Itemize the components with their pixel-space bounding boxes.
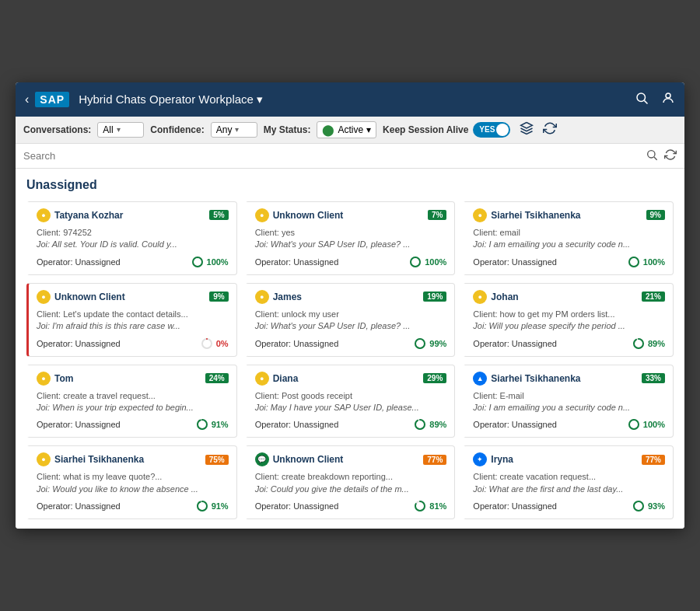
operator-label: Operator: Unassigned xyxy=(473,501,557,511)
client-line: Client: unlock my user xyxy=(255,309,447,320)
search-icon[interactable] xyxy=(635,91,649,108)
card-header: ● Siarhei Tsikhanenka 75% xyxy=(37,452,229,466)
operator-label: Operator: Unassigned xyxy=(255,420,339,429)
layers-icon[interactable] xyxy=(520,121,534,138)
chat-card[interactable]: ● Unknown Client 9% Client: Let's update… xyxy=(26,283,237,357)
refresh-results-icon[interactable] xyxy=(664,148,677,163)
search-submit-icon[interactable] xyxy=(646,148,658,163)
progress-circle xyxy=(628,418,640,431)
svg-line-1 xyxy=(644,100,647,103)
chat-card[interactable]: ● James 19% Client: unlock my user Joi: … xyxy=(245,283,456,357)
operator-label: Operator: Unassigned xyxy=(473,420,557,429)
search-bar xyxy=(16,144,684,169)
chat-card[interactable]: ● Tom 24% Client: create a travel reques… xyxy=(26,365,237,438)
operator-label: Operator: Unassigned xyxy=(255,339,339,348)
progress-label: 93% xyxy=(648,501,665,511)
search-actions xyxy=(646,148,677,163)
card-name: Siarhei Tsikhanenka xyxy=(54,454,144,465)
card-name-row: ● Unknown Client xyxy=(255,208,344,222)
card-body: Client: yes Joi: What's your SAP User ID… xyxy=(255,227,447,251)
chat-card[interactable]: 💬 Unknown Client 77% Client: create brea… xyxy=(245,445,456,519)
avatar: ● xyxy=(37,372,51,386)
confidence-badge: 9% xyxy=(646,210,665,220)
progress-circle xyxy=(632,337,645,350)
card-name-row: ● Diana xyxy=(255,372,299,386)
joi-line: Joi: I am emailing you a security code n… xyxy=(473,402,665,414)
svg-point-18 xyxy=(198,420,207,429)
card-body: Client: create breakdown reporting... Jo… xyxy=(255,471,447,495)
progress-circle xyxy=(196,418,208,431)
card-header: ● Siarhei Tsikhanenka 9% xyxy=(473,208,665,222)
joi-line: Joi: Could you give the details of the m… xyxy=(255,484,447,495)
client-line: Client: email xyxy=(473,227,665,239)
card-footer: Operator: Unassigned 91% xyxy=(37,500,229,512)
card-footer: Operator: Unassigned 100% xyxy=(255,256,447,268)
chat-card[interactable]: ✦ Iryna 77% Client: create vacation requ… xyxy=(463,445,674,519)
status-dropdown[interactable]: ⬤ Active ▾ xyxy=(317,121,376,138)
keep-session-label: Keep Session Alive xyxy=(383,124,468,135)
card-footer: Operator: Unassigned 91% xyxy=(37,418,229,431)
back-button[interactable]: ‹ xyxy=(25,93,29,106)
client-line: Client: create a travel request... xyxy=(37,390,229,402)
client-line: Client: E-mail xyxy=(473,390,665,402)
refresh-icon[interactable] xyxy=(543,121,557,138)
confidence-dropdown[interactable]: Any ▾ xyxy=(211,122,257,138)
joi-line: Joi: I'm afraid this is this rare case w… xyxy=(37,320,229,332)
card-header: 💬 Unknown Client 77% xyxy=(255,452,447,466)
operator-label: Operator: Unassigned xyxy=(255,501,339,511)
client-line: Client: what is my leave quote?... xyxy=(37,471,229,483)
avatar: ✦ xyxy=(473,452,487,466)
avatar: 💬 xyxy=(255,452,269,466)
card-body: Client: create vacation request... Joi: … xyxy=(473,471,665,495)
card-name: Diana xyxy=(273,373,299,384)
svg-point-2 xyxy=(666,93,670,98)
progress-row: 91% xyxy=(196,418,229,431)
svg-point-28 xyxy=(634,501,643,511)
card-name: James xyxy=(273,292,302,302)
filter-bar: Conversations: All ▾ Confidence: Any ▾ M… xyxy=(16,117,684,144)
card-footer: Operator: Unassigned 0% xyxy=(37,337,229,350)
avatar: ● xyxy=(473,290,487,304)
svg-point-0 xyxy=(637,93,646,102)
progress-label: 89% xyxy=(648,339,665,348)
cards-grid: ● Tatyana Kozhar 5% Client: 974252 Joi: … xyxy=(26,201,674,519)
card-body: Client: create a travel request... Joi: … xyxy=(37,390,229,414)
chat-card[interactable]: ● Diana 29% Client: Post goods receipt J… xyxy=(245,365,456,438)
progress-label: 81% xyxy=(429,501,446,511)
card-name-row: ● Siarhei Tsikhanenka xyxy=(473,208,580,222)
joi-line: Joi: What's your SAP User ID, please? ..… xyxy=(255,320,447,332)
progress-row: 91% xyxy=(196,500,229,512)
chat-card[interactable]: ● Tatyana Kozhar 5% Client: 974252 Joi: … xyxy=(26,201,237,275)
svg-point-3 xyxy=(648,151,655,158)
card-header: ✦ Iryna 77% xyxy=(473,452,665,466)
chat-card[interactable]: ● Siarhei Tsikhanenka 75% Client: what i… xyxy=(26,445,237,519)
chat-card[interactable]: ● Johan 21% Client: how to get my PM ord… xyxy=(463,283,674,357)
card-name-row: ▲ Siarhei Tsikhanenka xyxy=(473,372,580,386)
card-name-row: ● James xyxy=(255,290,302,304)
joi-line: Joi: What are the first and the last day… xyxy=(473,484,665,495)
chat-card[interactable]: ● Siarhei Tsikhanenka 9% Client: email J… xyxy=(463,201,674,275)
card-body: Client: E-mail Joi: I am emailing you a … xyxy=(473,390,665,414)
avatar: ● xyxy=(37,452,51,466)
keep-session-toggle[interactable]: YES xyxy=(473,122,510,138)
card-body: Client: email Joi: I am emailing you a s… xyxy=(473,227,665,251)
joi-line: Joi: Would you like to know the absence … xyxy=(37,484,229,495)
chat-card[interactable]: ▲ Siarhei Tsikhanenka 33% Client: E-mail… xyxy=(463,365,674,438)
conversations-dropdown[interactable]: All ▾ xyxy=(97,122,144,138)
svg-point-20 xyxy=(415,420,425,429)
joi-line: Joi: When is your trip expected to begin… xyxy=(37,402,229,414)
card-name-row: ● Tom xyxy=(37,372,73,386)
search-input[interactable] xyxy=(23,150,646,162)
avatar: ● xyxy=(255,208,269,222)
card-body: Client: unlock my user Joi: What's your … xyxy=(255,309,447,333)
card-name: Tatyana Kozhar xyxy=(54,210,123,221)
app-window: ‹ SAP Hybrid Chats Operator Workplace ▾ … xyxy=(16,82,684,529)
card-footer: Operator: Unassigned 99% xyxy=(255,337,447,350)
chat-card[interactable]: ● Unknown Client 7% Client: yes Joi: Wha… xyxy=(245,201,456,275)
progress-label: 91% xyxy=(212,501,229,511)
avatar: ▲ xyxy=(473,372,487,386)
avatar: ● xyxy=(37,208,51,222)
card-body: Client: how to get my PM orders list... … xyxy=(473,309,665,333)
confidence-badge: 5% xyxy=(209,210,228,220)
user-icon[interactable] xyxy=(661,91,675,108)
